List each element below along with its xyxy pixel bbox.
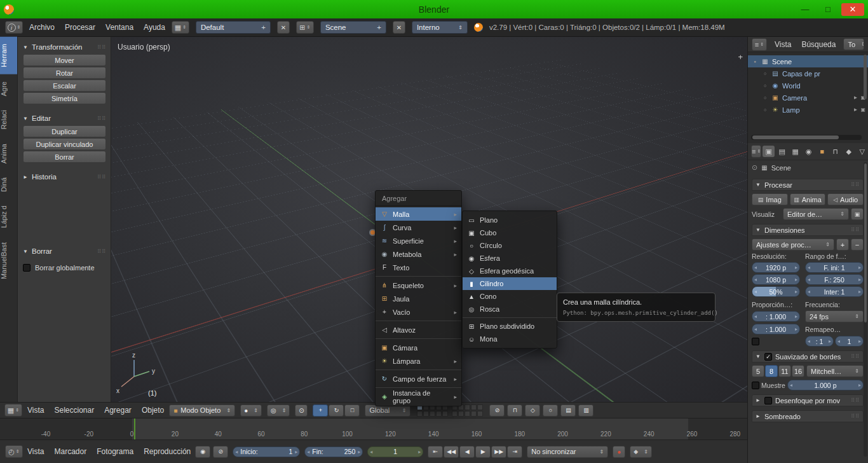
scrollbar-thumb[interactable] — [864, 163, 867, 322]
rotate-manipulator-toggle[interactable]: ↻ — [329, 404, 344, 417]
play-reverse-button[interactable]: ◀ — [459, 446, 475, 458]
menu-ventana[interactable]: Ventana — [105, 23, 133, 32]
shelf-tab-anima[interactable]: Anima — [0, 137, 17, 170]
panel-header-motion-blur[interactable]: ► Desenfoque por mov — [752, 394, 864, 406]
play-button[interactable]: ▶ — [475, 446, 491, 458]
audio-button[interactable]: ◁Audio — [827, 193, 864, 205]
add-menu-item-texto[interactable]: FTexto — [376, 261, 461, 274]
jump-to-end-button[interactable]: ⇥ — [507, 446, 522, 458]
add-scene-icon[interactable]: + — [377, 24, 381, 31]
add-menu-item-altavoz[interactable]: ◁Altavoz — [376, 323, 461, 336]
outliner-row-capas-de-pr[interactable]: ○▤Capas de pr — [748, 67, 868, 79]
scrollbar-thumb[interactable] — [752, 135, 839, 139]
jump-next-keyframe-button[interactable]: ▶▶ — [491, 446, 506, 458]
mesh-menu-item-cubo[interactable]: ▣Cubo — [463, 226, 557, 239]
outliner-display-dropdown[interactable]: To — [843, 38, 864, 50]
select-toggle-icon[interactable]: ► — [853, 95, 858, 100]
opengl-render-button[interactable]: ▤ — [560, 404, 576, 417]
add-menu-item-curva[interactable]: ʃCurva▸ — [376, 221, 461, 234]
layer-toggle[interactable] — [471, 411, 477, 417]
scale-manipulator-toggle[interactable]: □ — [344, 404, 360, 417]
opengl-render-anim-button[interactable]: ▥ — [578, 404, 593, 417]
proportional-edit-dropdown[interactable]: ○ — [543, 404, 558, 417]
panel-header-edit[interactable]: ▼ Editar — [23, 112, 106, 125]
render-engine-selector[interactable]: Interno — [412, 21, 468, 34]
layer-toggle[interactable] — [471, 404, 477, 410]
add-menu-item-instancia-de-grupo[interactable]: ◈Instancia de grupo▸ — [376, 390, 461, 403]
screen-layout-icon-button[interactable]: ▦ — [172, 21, 189, 34]
aspect-y-field[interactable]: : 1.000 — [752, 324, 800, 335]
render-toggle-icon[interactable]: ▣ — [860, 107, 865, 113]
layer-toggle[interactable] — [458, 411, 464, 417]
mesh-menu-item-esfera-geod-sica[interactable]: ◇Esfera geodésica — [463, 265, 557, 277]
world-context-icon[interactable]: ◉ — [803, 146, 815, 157]
editor-type-button-info[interactable]: i — [5, 21, 23, 34]
lock-camera-toggle[interactable]: ⊘ — [489, 404, 505, 417]
mesh-menu-item-c-rculo[interactable]: ○Círculo — [463, 239, 557, 252]
add-menu-item-vac-o[interactable]: +Vacío▸ — [376, 305, 461, 319]
menu-procesar[interactable]: Procesar — [65, 23, 95, 32]
layer-toggle[interactable] — [452, 411, 458, 417]
shelf-tab-agre[interactable]: Agre — [0, 74, 17, 103]
layer-toggle[interactable] — [477, 411, 483, 417]
layer-toggle[interactable] — [465, 411, 470, 417]
layer-toggle[interactable] — [423, 411, 429, 417]
pivot-point-dropdown[interactable]: ◎ — [267, 404, 290, 417]
aa-samples-11-button[interactable]: 11 — [778, 365, 791, 377]
mirror-button[interactable]: Simetría — [23, 92, 106, 104]
antialiasing-checkbox[interactable] — [764, 353, 772, 361]
anima-button[interactable]: ▥Anima — [790, 193, 826, 205]
editor-type-button-outliner[interactable]: ≡ — [752, 38, 767, 51]
resolution-percentage-slider[interactable]: 50% — [752, 286, 800, 297]
add-menu-item-metabola[interactable]: ◉Metabola▸ — [376, 247, 461, 261]
mover-button[interactable]: Mover — [23, 54, 106, 66]
minimize-button[interactable]: — — [796, 3, 815, 16]
expander-icon[interactable]: ○ — [762, 95, 768, 100]
menu-reproducci-n[interactable]: Reproducción — [144, 447, 191, 456]
layer-toggle[interactable] — [417, 411, 423, 417]
constraints-context-icon[interactable]: ⊓ — [829, 146, 841, 157]
duplicar-vinculado-button[interactable]: Duplicar vinculado — [23, 138, 106, 150]
object-data-context-icon[interactable]: ▽ — [856, 146, 868, 157]
mesh-menu-item-rosca[interactable]: ◎Rosca — [463, 303, 557, 315]
duplicar-button[interactable]: Duplicar — [23, 125, 106, 137]
manipulate-origins-toggle[interactable]: ⊙ — [295, 404, 308, 417]
menu-ayuda[interactable]: Ayuda — [144, 23, 165, 32]
remove-preset-button[interactable]: − — [851, 238, 864, 251]
expander-icon[interactable]: ○ — [762, 107, 768, 112]
delete-globally-checkbox[interactable] — [23, 264, 31, 272]
expander-icon[interactable]: ○ — [762, 83, 768, 88]
frame-start-field-timeline[interactable]: Inicio: 1 — [233, 446, 300, 457]
menu-seleccionar[interactable]: Seleccionar — [54, 406, 94, 415]
add-menu-item-jaula[interactable]: ⊞Jaula — [376, 292, 461, 305]
current-frame-indicator[interactable] — [134, 418, 135, 439]
panel-header-shading[interactable]: ► Sombreado — [752, 410, 864, 422]
border-checkbox[interactable] — [752, 338, 759, 345]
render-presets-dropdown[interactable]: Ajustes de proc… — [752, 238, 834, 251]
menu-archivo[interactable]: Archivo — [29, 23, 55, 32]
layer-toggle[interactable] — [477, 404, 483, 410]
outliner-row-world[interactable]: ○◉World — [748, 79, 868, 92]
remap-new-field[interactable]: 1 — [835, 336, 864, 347]
frame-start-field[interactable]: F. ini: 1 — [805, 262, 864, 273]
add-menu-item-l-mpara[interactable]: ☀Lámpara▸ — [376, 354, 461, 368]
aa-samples-16-button[interactable]: 16 — [792, 365, 804, 377]
panel-header-transform[interactable]: ▼ Transformación — [23, 41, 106, 53]
menu-vista[interactable]: Vista — [27, 447, 44, 456]
frame-end-field[interactable]: F.: 250 — [805, 274, 864, 285]
add-menu-item-superficie[interactable]: ≋Superficie▸ — [376, 234, 461, 247]
menu-objeto[interactable]: Objeto — [142, 406, 164, 415]
viewport-shading-dropdown[interactable]: ● — [240, 404, 262, 417]
frame-rate-dropdown[interactable]: 24 fps — [805, 310, 864, 322]
object-context-icon[interactable]: ■ — [816, 146, 828, 157]
shelf-tab-herram[interactable]: Herram — [0, 37, 17, 74]
properties-scrollbar[interactable] — [864, 162, 867, 457]
add-menu-item-esqueleto[interactable]: ⋔Esqueleto▸ — [376, 279, 461, 292]
add-menu-item-c-mara[interactable]: ▣Cámara — [376, 341, 461, 354]
full-sample-checkbox[interactable] — [752, 382, 759, 389]
auto-keyframe-button[interactable]: ● — [613, 446, 625, 458]
shelf-tab-relaci[interactable]: Relaci — [0, 103, 17, 137]
expander-icon[interactable]: ● — [752, 59, 758, 64]
maximize-button[interactable]: □ — [818, 3, 837, 16]
borrar-button[interactable]: Borrar — [23, 151, 106, 163]
